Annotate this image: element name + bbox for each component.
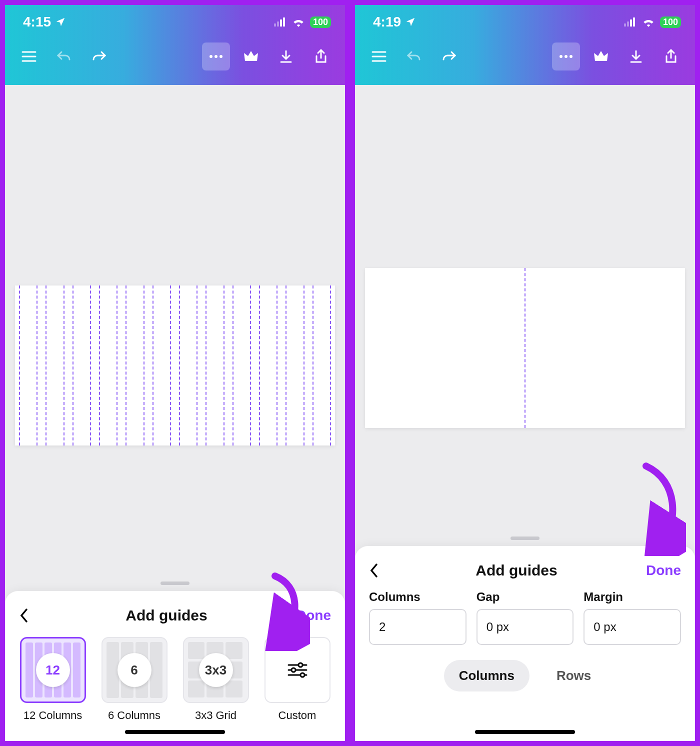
crown-button[interactable]	[237, 42, 265, 70]
crown-button[interactable]	[587, 42, 615, 70]
more-button[interactable]	[202, 42, 230, 70]
column-guide	[206, 286, 224, 446]
svg-rect-2	[280, 20, 282, 26]
status-bar: 4:19 100	[355, 5, 695, 33]
margin-label: Margin	[584, 590, 681, 604]
svg-point-24	[560, 55, 562, 58]
back-button[interactable]	[369, 562, 387, 578]
svg-rect-0	[274, 24, 276, 26]
gap-input[interactable]: 0 px	[476, 609, 574, 645]
home-indicator[interactable]	[475, 730, 575, 734]
preset-label: 6 Columns	[108, 709, 160, 722]
guide-presets: 1212 Columns66 Columns3x33x3 GridCustom	[5, 633, 345, 722]
location-icon	[55, 16, 66, 28]
sheet-grab-handle[interactable]	[510, 536, 540, 540]
svg-rect-19	[630, 20, 632, 26]
column-guide	[72, 286, 91, 446]
undo-button[interactable]	[400, 42, 428, 70]
wifi-icon	[292, 17, 305, 27]
axis-segmented: Columns Rows	[355, 645, 695, 696]
svg-point-9	[220, 55, 222, 58]
redo-button[interactable]	[435, 42, 463, 70]
editor-toolbar	[355, 33, 695, 85]
svg-rect-1	[277, 22, 279, 26]
svg-point-8	[214, 55, 218, 58]
segment-columns[interactable]: Columns	[444, 660, 530, 692]
column-guide	[19, 286, 38, 446]
design-page[interactable]	[15, 286, 335, 446]
app-topbar: 4:15 100	[5, 5, 345, 85]
status-time: 4:19	[373, 14, 401, 30]
screenshot-left: 4:15 100 Add gui	[0, 0, 350, 746]
design-page[interactable]	[365, 268, 685, 428]
svg-point-7	[210, 55, 212, 58]
column-guide	[524, 268, 526, 428]
svg-point-26	[570, 55, 572, 58]
signal-icon	[274, 18, 287, 26]
gap-label: Gap	[476, 590, 574, 604]
column-guide	[152, 286, 171, 446]
column-guide	[179, 286, 198, 446]
share-button[interactable]	[307, 42, 335, 70]
sheet-grab-handle[interactable]	[160, 582, 190, 585]
sheet-title: Add guides	[387, 562, 646, 579]
battery-badge: 100	[660, 16, 681, 28]
done-button[interactable]: Done	[646, 562, 681, 578]
column-guide	[286, 286, 304, 446]
add-guides-sheet: Add guides Done Columns 2 Gap 0 px Margi…	[355, 546, 695, 741]
margin-input[interactable]: 0 px	[584, 609, 681, 645]
guide-preset-6-columns[interactable]: 66 Columns	[98, 637, 170, 722]
preset-badge: 3x3	[199, 653, 233, 687]
svg-point-16	[300, 673, 304, 677]
menu-button[interactable]	[15, 42, 43, 70]
done-button[interactable]: Done	[296, 608, 331, 624]
preset-badge: 6	[118, 653, 152, 687]
column-guide	[312, 286, 331, 446]
svg-point-12	[298, 663, 302, 667]
status-bar: 4:15 100	[5, 5, 345, 33]
svg-point-25	[564, 55, 568, 58]
more-button[interactable]	[552, 42, 580, 70]
editor-toolbar	[5, 33, 345, 85]
home-indicator[interactable]	[125, 730, 225, 734]
column-guide	[259, 286, 278, 446]
preset-label: 3x3 Grid	[195, 709, 236, 722]
svg-rect-17	[624, 24, 626, 26]
share-button[interactable]	[657, 42, 685, 70]
back-button[interactable]	[19, 608, 37, 624]
svg-point-14	[292, 668, 296, 672]
columns-input[interactable]: 2	[369, 609, 466, 645]
guide-preset-12-columns[interactable]: 1212 Columns	[17, 637, 88, 722]
columns-label: Columns	[369, 590, 466, 604]
app-topbar: 4:19 100	[355, 5, 695, 85]
status-time: 4:15	[23, 14, 51, 30]
undo-button[interactable]	[50, 42, 78, 70]
wifi-icon	[642, 17, 655, 27]
column-guide	[46, 286, 64, 446]
download-button[interactable]	[622, 42, 650, 70]
sliders-icon	[286, 661, 308, 679]
svg-rect-18	[627, 22, 629, 26]
preset-badge: 12	[36, 653, 70, 687]
add-guides-sheet: Add guides Done 1212 Columns66 Columns3x…	[5, 591, 345, 741]
preset-label: 12 Columns	[24, 709, 82, 722]
column-guide	[232, 286, 251, 446]
preset-label: Custom	[278, 709, 316, 722]
redo-button[interactable]	[85, 42, 113, 70]
download-button[interactable]	[272, 42, 300, 70]
sheet-title: Add guides	[37, 607, 296, 624]
svg-rect-20	[633, 18, 635, 26]
battery-badge: 100	[310, 16, 331, 28]
column-guide	[126, 286, 144, 446]
screenshot-right: 4:19 100	[350, 0, 700, 746]
segment-rows[interactable]: Rows	[542, 660, 606, 692]
menu-button[interactable]	[365, 42, 393, 70]
location-icon	[405, 16, 416, 28]
svg-rect-3	[283, 18, 285, 26]
guide-preset-custom[interactable]: Custom	[262, 637, 333, 722]
column-guide	[99, 286, 118, 446]
guide-preset-3x3-grid[interactable]: 3x33x3 Grid	[180, 637, 252, 722]
signal-icon	[624, 18, 637, 26]
